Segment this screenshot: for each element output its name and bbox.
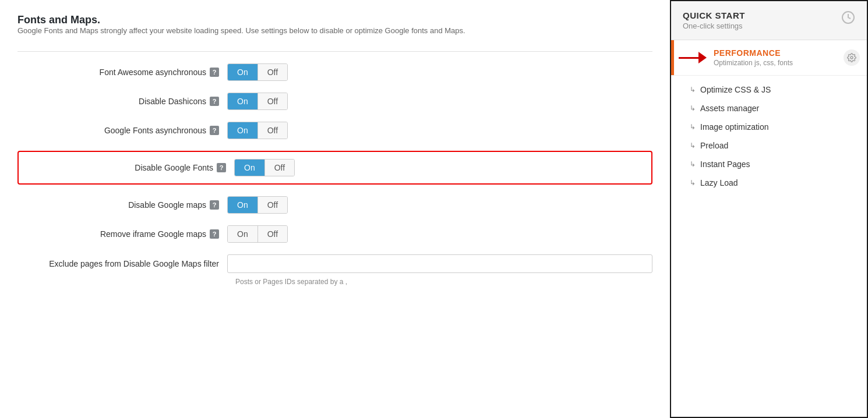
sidebar: QUICK START One-click settings PERFORMAN…: [670, 0, 868, 418]
help-icon-disable-google-maps[interactable]: ?: [210, 200, 219, 210]
quick-start-section: QUICK START One-click settings: [671, 1, 867, 40]
performance-title[interactable]: PERFORMANCE: [714, 48, 828, 58]
help-icon-disable-dashicons[interactable]: ?: [210, 97, 219, 106]
setting-label-font-awesome: Font Awesome asynchronous ?: [17, 68, 227, 77]
setting-row-google-fonts-async: Google Fonts asynchronous ? On Off: [17, 122, 652, 139]
toggle-disable-dashicons: On Off: [227, 93, 288, 110]
toggle-font-awesome: On Off: [227, 63, 288, 81]
setting-label-remove-iframe-google-maps: Remove iframe Google maps ?: [17, 229, 227, 239]
setting-label-disable-google-maps: Disable Google maps ?: [17, 200, 227, 210]
sidebar-item-assets-manager[interactable]: ↳ Assets manager: [671, 99, 867, 118]
setting-row-disable-dashicons: Disable Dashicons ? On Off: [17, 93, 652, 110]
toggle-google-fonts-async: On Off: [227, 122, 288, 139]
sidebar-item-lazy-load[interactable]: ↳ Lazy Load: [671, 173, 867, 192]
toggle-on-remove-iframe[interactable]: On: [228, 226, 258, 242]
toggle-on-font-awesome[interactable]: On: [228, 64, 258, 80]
toggle-off-disable-dashicons[interactable]: Off: [258, 93, 287, 109]
toggle-off-google-fonts-async[interactable]: Off: [258, 122, 287, 139]
toggle-off-font-awesome[interactable]: Off: [258, 64, 287, 80]
toggle-off-disable-google-maps[interactable]: Off: [258, 197, 287, 213]
performance-gear-area: [837, 40, 867, 75]
toggle-off-disable-google-fonts[interactable]: Off: [265, 160, 294, 176]
toggle-disable-google-maps: On Off: [227, 196, 288, 214]
performance-section: PERFORMANCE Optimization js, css, fonts: [671, 40, 867, 76]
clock-icon: [841, 10, 855, 24]
sidebar-item-image-optimization[interactable]: ↳ Image optimization: [671, 118, 867, 136]
sidebar-item-instant-pages[interactable]: ↳ Instant Pages: [671, 155, 867, 173]
help-icon-remove-iframe[interactable]: ?: [210, 229, 219, 239]
svg-point-1: [851, 56, 853, 59]
sub-menu: ↳ Optimize CSS & JS ↳ Assets manager ↳ I…: [671, 76, 867, 201]
setting-label-disable-google-fonts: Disable Google Fonts ?: [24, 163, 234, 172]
toggle-on-google-fonts-async[interactable]: On: [228, 122, 258, 139]
setting-label-disable-dashicons: Disable Dashicons ?: [17, 97, 227, 106]
exclude-pages-hint: Posts or Pages IDs separated by a ,: [17, 278, 652, 286]
quick-start-title: QUICK START: [683, 10, 745, 20]
performance-content: PERFORMANCE Optimization js, css, fonts: [711, 40, 837, 75]
performance-subtitle: Optimization js, css, fonts: [714, 59, 828, 67]
exclude-pages-row: Exclude pages from Disable Google Maps f…: [17, 254, 652, 273]
help-icon-google-fonts-async[interactable]: ?: [210, 126, 219, 135]
toggle-on-disable-google-maps[interactable]: On: [228, 197, 258, 213]
help-icon-font-awesome[interactable]: ?: [210, 68, 219, 77]
setting-row-disable-google-maps: Disable Google maps ? On Off: [17, 196, 652, 214]
setting-row-disable-google-fonts-highlighted: Disable Google Fonts ? On Off: [17, 151, 652, 185]
page-title: Fonts and Maps.: [17, 14, 652, 26]
exclude-pages-label: Exclude pages from Disable Google Maps f…: [17, 259, 227, 268]
toggle-remove-iframe-google-maps: On Off: [227, 225, 288, 243]
toggle-on-disable-dashicons[interactable]: On: [228, 93, 258, 109]
gear-icon[interactable]: [844, 49, 860, 66]
setting-row-font-awesome: Font Awesome asynchronous ? On Off: [17, 63, 652, 81]
sidebar-item-optimize-css-js[interactable]: ↳ Optimize CSS & JS: [671, 80, 867, 99]
sidebar-item-preload[interactable]: ↳ Preload: [671, 136, 867, 155]
setting-label-google-fonts-async: Google Fonts asynchronous ?: [17, 126, 227, 135]
exclude-pages-input[interactable]: [227, 254, 652, 273]
toggle-disable-google-fonts: On Off: [234, 159, 295, 176]
toggle-off-remove-iframe[interactable]: Off: [258, 226, 287, 242]
arrow-indicator: [674, 40, 711, 75]
section-divider: [17, 51, 652, 52]
toggle-on-disable-google-fonts[interactable]: On: [235, 160, 265, 176]
page-description: Google Fonts and Maps strongly affect yo…: [17, 26, 472, 35]
help-icon-disable-google-fonts[interactable]: ?: [217, 163, 226, 172]
quick-start-subtitle: One-click settings: [683, 22, 745, 30]
setting-row-remove-iframe-google-maps: Remove iframe Google maps ? On Off: [17, 225, 652, 243]
